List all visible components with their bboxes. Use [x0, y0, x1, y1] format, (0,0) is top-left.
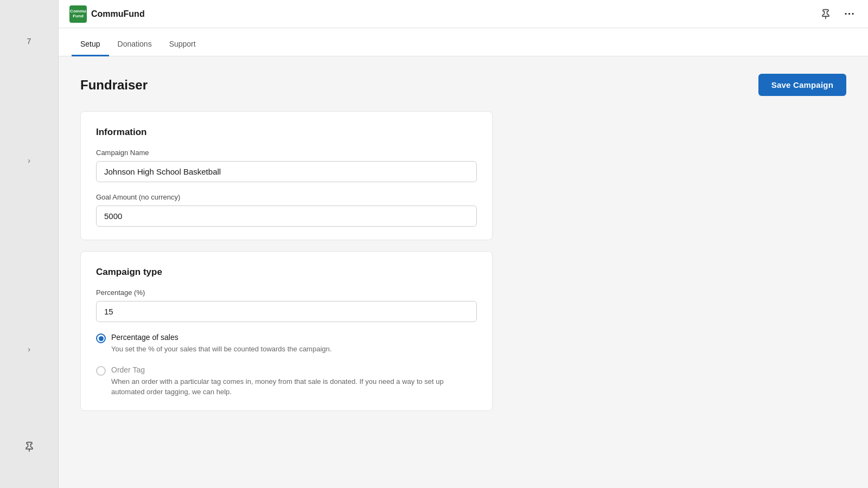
radio-order-tag-label: Order Tag [111, 365, 477, 374]
main-wrapper: CommuFund CommuFund ··· Setup Donations … [59, 0, 868, 488]
pin-icon[interactable] [818, 7, 833, 22]
radio-option-percentage-sales[interactable]: Percentage of sales You set the % of you… [96, 333, 477, 355]
campaign-type-card: Campaign type Percentage (%) Percentage … [80, 251, 493, 411]
percentage-label: Percentage (%) [96, 288, 477, 297]
topbar: CommuFund CommuFund ··· [59, 0, 868, 28]
campaign-name-label: Campaign Name [96, 149, 477, 157]
campaign-name-input[interactable] [96, 161, 477, 182]
radio-order-tag-description: When an order with a particular tag come… [111, 376, 477, 397]
sidebar-number: 7 [27, 37, 31, 46]
tab-support[interactable]: Support [161, 33, 205, 56]
radio-percentage-sales-label: Percentage of sales [111, 333, 477, 342]
radio-option-order-tag[interactable]: Order Tag When an order with a particula… [96, 365, 477, 397]
percentage-input[interactable] [96, 301, 477, 322]
radio-percentage-sales-circle[interactable] [96, 333, 106, 343]
topbar-actions: ··· [818, 7, 857, 22]
tabs: Setup Donations Support [59, 28, 868, 56]
campaign-type-card-title: Campaign type [96, 267, 477, 278]
brand-name: CommuFund [91, 9, 145, 19]
sidebar-collapse-bottom[interactable]: › [21, 341, 38, 358]
save-campaign-button[interactable]: Save Campaign [758, 74, 846, 96]
brand-logo: CommuFund [69, 5, 87, 23]
page-header: Fundraiser Save Campaign [80, 74, 846, 96]
information-card: Information Campaign Name Goal Amount (n… [80, 111, 493, 240]
page-title: Fundraiser [80, 78, 148, 93]
radio-percentage-sales-description: You set the % of your sales that will be… [111, 344, 477, 355]
information-card-title: Information [96, 127, 477, 138]
content-area: Fundraiser Save Campaign Information Cam… [59, 56, 868, 488]
sidebar-collapse-top[interactable]: › [21, 152, 38, 169]
tab-setup[interactable]: Setup [72, 33, 109, 56]
sidebar: 7 › › [0, 0, 59, 488]
radio-order-tag-content: Order Tag When an order with a particula… [111, 365, 477, 397]
brand: CommuFund CommuFund [69, 5, 145, 23]
goal-amount-input[interactable] [96, 206, 477, 227]
sidebar-pin-icon[interactable] [21, 438, 38, 455]
more-options-icon[interactable]: ··· [842, 7, 857, 22]
radio-percentage-sales-content: Percentage of sales You set the % of you… [111, 333, 477, 355]
radio-order-tag-circle[interactable] [96, 366, 106, 376]
goal-amount-label: Goal Amount (no currency) [96, 193, 477, 201]
tab-donations[interactable]: Donations [109, 33, 161, 56]
